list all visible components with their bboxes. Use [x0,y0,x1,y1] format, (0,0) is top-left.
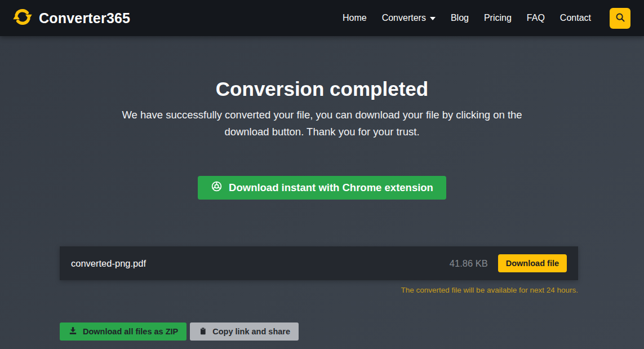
chrome-icon [211,180,223,195]
nav-item-label: Contact [560,13,591,23]
copy-icon [198,326,207,337]
nav-item-contact[interactable]: Contact [560,13,591,23]
nav-item-label: Pricing [484,13,512,23]
main-nav: Home Converters Blog Pricing FAQ Contact [343,8,630,29]
nav-item-label: Home [343,13,367,23]
bottom-actions: Download all files as ZIP Copy link and … [60,323,578,341]
availability-note: The converted file will be available for… [60,286,578,294]
brand-name: Converter365 [39,10,130,26]
nav-item-label: Converters [382,13,426,23]
chrome-button-label: Download instant with Chrome extension [229,182,433,194]
converter-arrows-icon [11,6,34,30]
download-file-button[interactable]: Download file [498,254,567,272]
download-zip-button[interactable]: Download all files as ZIP [60,323,186,341]
results-container: converted-png.pdf 41.86 KB Download file… [60,246,578,341]
page-title: Conversion completed [0,79,644,99]
nav-item-blog[interactable]: Blog [451,13,469,23]
page-subtitle: We have successfully converted your file… [105,107,539,140]
zip-button-label: Download all files as ZIP [83,327,178,336]
search-button[interactable] [610,8,630,29]
converted-file-row: converted-png.pdf 41.86 KB Download file [60,246,578,280]
nav-item-label: FAQ [527,13,545,23]
file-name: converted-png.pdf [71,258,450,269]
copy-link-button[interactable]: Copy link and share [190,323,299,341]
file-size: 41.86 KB [450,258,488,269]
nav-item-label: Blog [451,13,469,23]
chrome-extension-download-button[interactable]: Download instant with Chrome extension [198,176,446,200]
search-icon [615,12,626,25]
chevron-down-icon [430,17,436,20]
navbar: Converter365 Home Converters Blog Pricin… [0,0,644,36]
chrome-button-row: Download instant with Chrome extension [0,176,644,200]
nav-item-home[interactable]: Home [343,13,367,23]
copy-button-label: Copy link and share [212,327,290,336]
brand-logo[interactable]: Converter365 [11,6,130,30]
nav-item-faq[interactable]: FAQ [527,13,545,23]
main-content: Conversion completed We have successfull… [0,79,644,341]
download-icon [68,326,78,337]
nav-item-converters[interactable]: Converters [382,13,436,23]
nav-item-pricing[interactable]: Pricing [484,13,512,23]
